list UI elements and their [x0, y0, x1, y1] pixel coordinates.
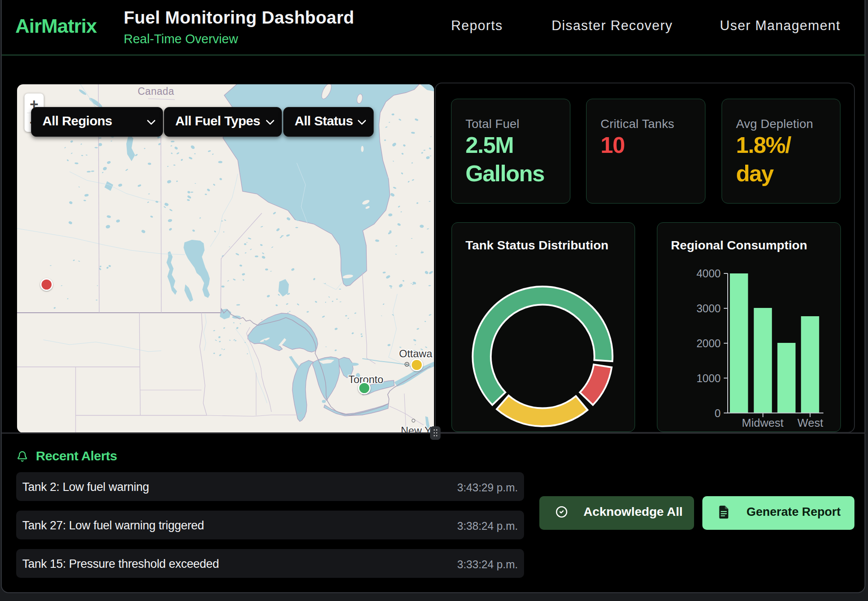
svg-text:3000: 3000: [696, 302, 721, 314]
svg-text:1000: 1000: [696, 372, 721, 384]
svg-text:Canada: Canada: [138, 86, 174, 97]
svg-text:West: West: [798, 416, 824, 429]
svg-text:New York: New York: [401, 425, 434, 433]
svg-text:0: 0: [715, 407, 721, 419]
svg-text:Ottawa: Ottawa: [399, 348, 433, 359]
svg-text:2000: 2000: [696, 337, 721, 349]
svg-text:4000: 4000: [696, 267, 721, 280]
svg-text:Midwest: Midwest: [742, 416, 784, 429]
